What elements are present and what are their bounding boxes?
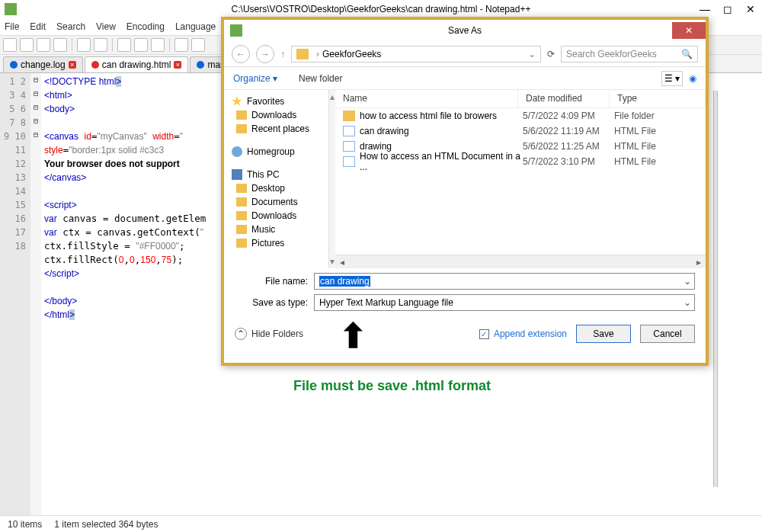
file-row[interactable]: how to access html file to browers5/7/20… bbox=[335, 108, 706, 123]
tree-documents[interactable]: Documents bbox=[224, 195, 328, 209]
nav-up-icon[interactable]: ↑ bbox=[280, 49, 285, 59]
view-options-button[interactable]: ☰ ▾ bbox=[661, 71, 683, 86]
tb-close-icon[interactable] bbox=[94, 38, 107, 52]
close-button[interactable]: ✕ bbox=[739, 2, 762, 17]
h-scroll-right[interactable]: ▸ bbox=[692, 256, 706, 268]
annotation-arrow-icon: ⬆ bbox=[339, 316, 367, 355]
tree-recent[interactable]: Recent places bbox=[224, 122, 328, 136]
status-items: 10 items bbox=[8, 519, 42, 530]
line-gutter: 1 2 3 4 5 6 7 8 9 10 11 12 13 14 15 16 1… bbox=[0, 73, 30, 515]
refresh-icon[interactable]: ⟳ bbox=[547, 49, 555, 59]
filename-dropdown-icon[interactable]: ⌄ bbox=[684, 276, 691, 287]
save-button[interactable]: Save bbox=[576, 325, 631, 343]
explorer-statusbar: 10 items 1 item selected 364 bytes bbox=[0, 515, 762, 532]
tab-change-log[interactable]: change.log× bbox=[3, 56, 83, 72]
title-text: C:\Users\VOSTRO\Desktop\GeekforGeeks\can… bbox=[232, 4, 531, 14]
tb-print-icon[interactable] bbox=[77, 38, 91, 52]
tree-desktop[interactable]: Desktop bbox=[224, 181, 328, 195]
breadcrumb[interactable]: › GeekforGeeks ⌄ bbox=[291, 46, 541, 62]
maximize-button[interactable]: ◻ bbox=[716, 2, 739, 17]
tb-new-icon[interactable] bbox=[3, 38, 17, 52]
search-input[interactable]: Search GeekforGeeks 🔍 bbox=[561, 46, 698, 62]
tb-undo-icon[interactable] bbox=[174, 38, 188, 52]
menu-file[interactable]: File bbox=[5, 21, 19, 32]
dialog-icon bbox=[230, 24, 242, 37]
tb-save-icon[interactable] bbox=[37, 38, 50, 52]
tree-homegroup[interactable]: Homegroup bbox=[224, 145, 328, 159]
nav-forward-button[interactable]: → bbox=[256, 45, 274, 63]
menu-language[interactable]: Language bbox=[175, 21, 216, 32]
menu-search[interactable]: Search bbox=[56, 21, 85, 32]
tb-cut-icon[interactable] bbox=[117, 38, 131, 52]
append-extension-checkbox[interactable]: ✓Append extension bbox=[479, 328, 567, 339]
dialog-close-button[interactable]: ✕ bbox=[672, 22, 706, 39]
file-list[interactable]: Name Date modified Type how to access ht… bbox=[335, 90, 706, 268]
tree-scroll-down[interactable]: ▾ bbox=[330, 256, 335, 267]
fold-column[interactable]: ⊟ ⊟ ⊟ ⊟ ⊟ bbox=[30, 73, 41, 515]
search-icon: 🔍 bbox=[681, 49, 693, 59]
notepadpp-titlebar: C:\Users\VOSTRO\Desktop\GeekforGeeks\can… bbox=[0, 0, 762, 18]
tb-open-icon[interactable] bbox=[20, 38, 34, 52]
tree-scroll-up[interactable]: ▴ bbox=[330, 91, 335, 102]
vertical-split[interactable] bbox=[713, 91, 718, 487]
h-scroll-left[interactable]: ◂ bbox=[335, 256, 349, 268]
tab-can-drawing-html[interactable]: can drawing.html× bbox=[85, 56, 189, 72]
menu-view[interactable]: View bbox=[96, 21, 116, 32]
app-icon bbox=[5, 3, 17, 15]
filename-label: File name: bbox=[235, 276, 308, 287]
dialog-title: Save As bbox=[448, 25, 482, 36]
tb-saveall-icon[interactable] bbox=[53, 38, 67, 52]
dialog-titlebar[interactable]: Save As ✕ bbox=[224, 20, 706, 41]
col-date[interactable]: Date modified bbox=[518, 90, 610, 107]
menu-encoding[interactable]: Encoding bbox=[126, 21, 165, 32]
help-icon[interactable]: ◉ bbox=[689, 73, 696, 84]
folder-tree[interactable]: Favorites Downloads Recent places Homegr… bbox=[224, 90, 329, 268]
tree-downloads[interactable]: Downloads bbox=[224, 108, 328, 122]
savetype-label: Save as type: bbox=[235, 297, 308, 308]
minimize-button[interactable]: — bbox=[693, 2, 716, 17]
tree-downloads2[interactable]: Downloads bbox=[224, 209, 328, 223]
tree-music[interactable]: Music bbox=[224, 223, 328, 236]
cancel-button[interactable]: Cancel bbox=[640, 325, 695, 343]
filename-input[interactable]: can drawing ⌄ bbox=[314, 273, 695, 290]
tree-thispc[interactable]: This PC bbox=[224, 168, 328, 181]
save-as-dialog: Save As ✕ ← → ↑ › GeekforGeeks ⌄ ⟳ Searc… bbox=[221, 17, 709, 366]
savetype-dropdown-icon[interactable]: ⌄ bbox=[684, 297, 691, 308]
col-name[interactable]: Name bbox=[335, 90, 518, 107]
breadcrumb-text: GeekforGeeks bbox=[322, 49, 381, 59]
nav-back-button[interactable]: ← bbox=[232, 45, 250, 63]
organize-button[interactable]: Organize ▾ bbox=[233, 73, 277, 84]
tb-copy-icon[interactable] bbox=[134, 38, 148, 52]
file-row[interactable]: can drawing5/6/2022 11:19 AMHTML File bbox=[335, 123, 706, 139]
menu-edit[interactable]: Edit bbox=[30, 21, 46, 32]
col-type[interactable]: Type bbox=[610, 90, 706, 107]
hide-folders-button[interactable]: ⌃Hide Folders bbox=[235, 328, 303, 340]
savetype-select[interactable]: Hyper Text Markup Language file ⌄ bbox=[314, 294, 695, 311]
search-placeholder: Search GeekforGeeks bbox=[566, 49, 657, 59]
tree-favorites[interactable]: Favorites bbox=[224, 95, 328, 108]
tb-paste-icon[interactable] bbox=[151, 38, 165, 52]
new-folder-button[interactable]: New folder bbox=[299, 73, 342, 84]
file-row[interactable]: How to access an HTML Document in a ...5… bbox=[335, 154, 706, 169]
status-selected: 1 item selected 364 bytes bbox=[54, 519, 158, 530]
tb-redo-icon[interactable] bbox=[191, 38, 205, 52]
annotation-caption: File must be save .html format bbox=[293, 378, 491, 394]
folder-icon bbox=[296, 49, 309, 59]
tree-pictures[interactable]: Pictures bbox=[224, 236, 328, 250]
